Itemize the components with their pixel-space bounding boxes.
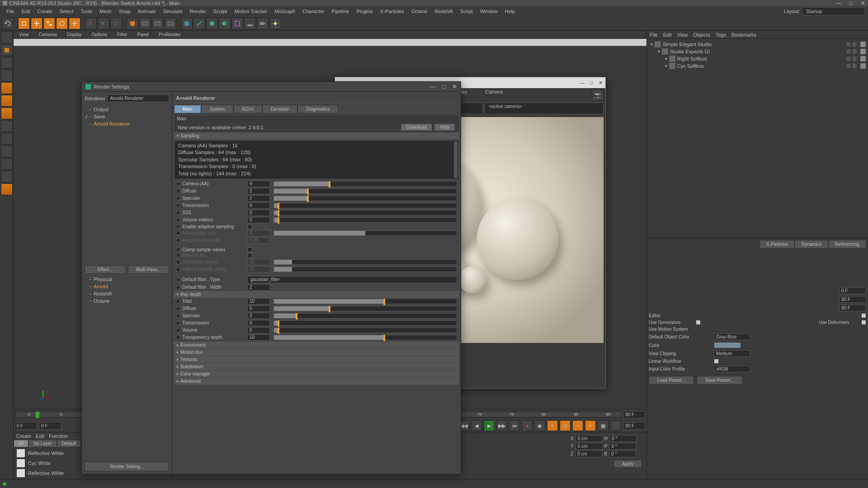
key-pos-button[interactable]: + — [547, 420, 558, 431]
key-opts-button[interactable]: ⋮ — [610, 420, 621, 431]
param-bullet[interactable] — [176, 299, 180, 304]
editor-check[interactable]: ✓ — [861, 313, 866, 318]
live-select-tool[interactable] — [18, 18, 30, 29]
download-button[interactable]: Download — [401, 123, 432, 131]
autokey-button[interactable]: ◉ — [534, 420, 545, 431]
ray-volume-slider[interactable] — [274, 328, 457, 333]
menu-simulate[interactable]: Simulate — [160, 7, 186, 16]
layout-select[interactable]: Startup — [802, 7, 865, 15]
ray-specular-input[interactable] — [247, 313, 270, 319]
move-tool[interactable] — [31, 18, 42, 29]
menu-edit[interactable]: Edit — [18, 7, 34, 16]
workplane-mode[interactable] — [1, 70, 13, 81]
cube-primitive[interactable] — [181, 18, 193, 29]
param-bullet[interactable] — [176, 196, 180, 201]
axis-mode[interactable] — [1, 120, 13, 132]
frame-start-input[interactable]: 0 F — [14, 422, 37, 430]
rs-section-textures[interactable]: Textures — [174, 356, 459, 363]
y-axis-lock[interactable]: Y — [98, 18, 109, 29]
key-param-button[interactable]: P — [585, 420, 596, 431]
key-sel-button[interactable]: ▦ — [598, 420, 609, 431]
attr-val-0f[interactable]: 0 F — [839, 287, 866, 294]
snap-toggle[interactable] — [1, 145, 13, 157]
object-tag[interactable] — [860, 63, 866, 69]
rs-minimize[interactable]: — — [430, 83, 436, 90]
rs-tab-diagnostics[interactable]: Diagnostics — [297, 105, 338, 113]
param-bullet[interactable] — [176, 328, 180, 333]
render-settings-button[interactable] — [165, 18, 176, 29]
menu-mograph[interactable]: MoGraph — [271, 7, 299, 16]
menu-tools[interactable]: Tools — [77, 7, 96, 16]
default-color-select[interactable]: Gray-Blue — [714, 333, 750, 340]
menu-pipeline[interactable]: Pipeline — [328, 7, 353, 16]
param-bullet[interactable] — [176, 182, 180, 186]
obj-menu-objects[interactable]: Objects — [693, 32, 710, 38]
render-dot[interactable] — [852, 42, 857, 47]
p-input[interactable]: 0 ° — [609, 443, 636, 450]
rs-tab-system[interactable]: System — [201, 105, 233, 113]
visibility-dot[interactable] — [846, 42, 851, 47]
scale-tool[interactable] — [43, 18, 55, 29]
menu-script[interactable]: Script — [457, 7, 476, 16]
object-tag[interactable] — [860, 41, 866, 47]
key-scale-button[interactable]: ⊡ — [560, 420, 571, 431]
ray-depth-header[interactable]: Ray depth — [174, 291, 459, 298]
h-input[interactable]: 0 ° — [609, 435, 637, 442]
param-bullet[interactable] — [176, 211, 180, 215]
effect-button[interactable]: Effect... — [85, 265, 126, 274]
mat-menu-edit[interactable]: Edit — [36, 433, 44, 439]
menu-sculpt[interactable]: Sculpt — [210, 7, 231, 16]
rs-engine-redshift[interactable]: Redshift — [85, 290, 169, 297]
y-input[interactable]: 0 cm — [576, 443, 603, 450]
soft-select[interactable] — [1, 183, 13, 195]
sampling-volume-indirect-slider[interactable] — [274, 217, 457, 223]
menu-window[interactable]: Window — [476, 7, 501, 16]
renderer-select[interactable]: Arnold Renderer — [107, 94, 169, 102]
hide-button[interactable]: Hide — [434, 123, 455, 131]
sampling-camera-aa--slider[interactable] — [274, 181, 457, 187]
object-tree[interactable]: ▾Simple Elegant Studio▾Studio Expects GI… — [647, 39, 868, 238]
step-forward-button[interactable]: ▶▶ — [496, 420, 507, 431]
menu-file[interactable]: File — [3, 7, 18, 16]
rs-close[interactable]: ✕ — [452, 83, 457, 90]
sampling-sss-input[interactable] — [247, 210, 270, 216]
save-preset-button[interactable]: Save Preset... — [697, 376, 742, 385]
make-editable[interactable] — [1, 32, 13, 43]
attr-val-90f-2[interactable]: 90 F — [839, 305, 866, 311]
view-clipping-select[interactable]: Medium — [714, 350, 750, 357]
visibility-dot[interactable] — [846, 63, 851, 69]
obj-menu-file[interactable]: File — [650, 32, 658, 38]
key-rot-button[interactable]: ○ — [572, 420, 583, 431]
workplane-toggle[interactable] — [1, 158, 13, 170]
load-preset-button[interactable]: Load Preset... — [649, 376, 694, 385]
render-dot[interactable] — [852, 49, 857, 54]
ray-total-slider[interactable] — [274, 299, 457, 304]
camera-button[interactable] — [257, 18, 269, 29]
sampling-diffuse-slider[interactable] — [274, 188, 457, 194]
menu-select[interactable]: Select — [56, 7, 77, 16]
param-bullet[interactable] — [176, 306, 180, 311]
rs-maximize[interactable]: □ — [442, 83, 446, 90]
ray-total-input[interactable] — [247, 298, 270, 305]
param-bullet[interactable] — [176, 189, 180, 193]
menu-create[interactable]: Create — [34, 7, 56, 16]
filter-type-select[interactable]: gaussian_filter — [247, 276, 457, 283]
use-deformers-check[interactable]: ✓ — [861, 320, 866, 325]
obj-menu-bookmarks[interactable]: Bookmarks — [731, 32, 756, 38]
rs-tab-aovs[interactable]: AOVs — [233, 105, 262, 113]
menu-redshift[interactable]: Redshift — [431, 7, 456, 16]
render-dot[interactable] — [852, 63, 857, 69]
ray-diffuse-slider[interactable] — [274, 306, 457, 311]
sampling-transmission-slider[interactable] — [274, 203, 457, 208]
rs-tree-arnold-renderer[interactable]: Arnold Renderer — [85, 120, 169, 127]
transparency-input[interactable] — [247, 334, 270, 341]
rs-engine-octane[interactable]: Octane — [85, 297, 169, 305]
menu-character[interactable]: Character — [299, 7, 328, 16]
ipr-camera-select[interactable]: <active camera> — [485, 103, 604, 114]
transparency-slider[interactable] — [274, 335, 457, 340]
menu-render[interactable]: Render — [186, 7, 210, 16]
object-row[interactable]: ▾Right Softbox — [649, 55, 866, 62]
record-button[interactable]: ● — [522, 420, 533, 431]
render-dot[interactable] — [852, 56, 857, 61]
viewport-tab-prorender[interactable]: ProRender — [156, 32, 183, 37]
